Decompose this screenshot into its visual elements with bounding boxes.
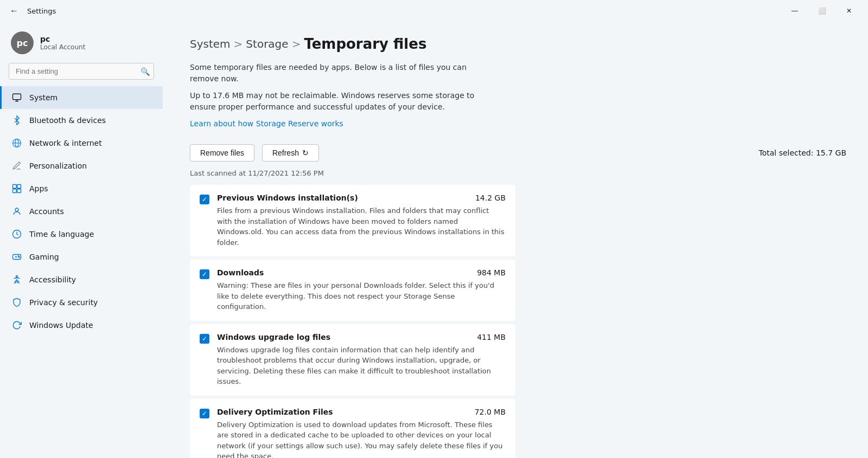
sidebar-label-network: Network & internet [29, 139, 102, 147]
svg-rect-0 [13, 94, 21, 100]
sidebar-label-bluetooth: Bluetooth & devices [29, 116, 106, 125]
sidebar-item-gaming[interactable]: Gaming [0, 246, 163, 268]
sidebar: pc pc Local Account 🔍 System Bluetooth &… [0, 20, 163, 458]
refresh-icon: ↻ [302, 149, 309, 157]
svg-point-15 [18, 256, 19, 257]
file-size-1: 984 MB [477, 268, 506, 277]
user-section: pc pc Local Account [0, 25, 163, 63]
main-content: System > Storage > Temporary files Some … [163, 20, 868, 458]
file-name-3: Delivery Optimization Files [217, 408, 333, 416]
network-icon [11, 137, 23, 149]
refresh-button[interactable]: Refresh ↻ [262, 144, 319, 162]
file-checkbox-3[interactable]: ✓ [200, 409, 209, 418]
page-title: Temporary files [304, 36, 426, 52]
user-type: Local Account [40, 43, 85, 51]
avatar: pc [11, 31, 34, 54]
file-name-1: Downloads [217, 268, 264, 277]
restore-button[interactable]: ⬜ [809, 3, 834, 18]
file-checkbox-0[interactable]: ✓ [200, 195, 209, 204]
file-item: ✓ Windows upgrade log files 411 MB Windo… [190, 324, 515, 396]
search-icon: 🔍 [141, 67, 150, 76]
time-icon [11, 228, 23, 240]
update-icon [11, 319, 23, 331]
total-selected: Total selected: 15.7 GB [759, 149, 847, 157]
svg-point-16 [19, 257, 20, 258]
sidebar-item-time[interactable]: Time & language [0, 223, 163, 246]
sidebar-item-personalization[interactable]: Personalization [0, 154, 163, 177]
sidebar-item-system[interactable]: System [0, 86, 163, 109]
privacy-icon [11, 296, 23, 308]
sidebar-label-privacy: Privacy & security [29, 298, 98, 307]
sidebar-label-accessibility: Accessibility [29, 275, 76, 284]
file-size-2: 411 MB [477, 333, 506, 341]
svg-rect-6 [13, 185, 17, 189]
svg-rect-8 [13, 189, 17, 193]
file-size-3: 72.0 MB [475, 408, 506, 416]
sidebar-item-apps[interactable]: Apps [0, 177, 163, 200]
sidebar-label-personalization: Personalization [29, 162, 87, 170]
description-1: Some temporary files are needed by apps.… [190, 62, 483, 85]
file-checkbox-2[interactable]: ✓ [200, 334, 209, 344]
minimize-button[interactable]: — [782, 3, 807, 18]
sidebar-label-time: Time & language [29, 230, 94, 238]
sidebar-item-accounts[interactable]: Accounts [0, 200, 163, 223]
bluetooth-icon [11, 114, 23, 126]
file-checkbox-1[interactable]: ✓ [200, 269, 209, 279]
breadcrumb-sep2: > [292, 37, 301, 50]
accounts-icon [11, 205, 23, 217]
file-item: ✓ Delivery Optimization Files 72.0 MB De… [190, 399, 515, 459]
accessibility-icon [11, 274, 23, 286]
sidebar-nav: System Bluetooth & devices Network & int… [0, 86, 163, 337]
search-input[interactable] [9, 63, 154, 80]
breadcrumb-sep1: > [234, 37, 243, 50]
file-size-0: 14.2 GB [475, 193, 506, 202]
sidebar-label-accounts: Accounts [29, 207, 64, 216]
file-item: ✓ Previous Windows installation(s) 14.2 … [190, 185, 515, 256]
apps-icon [11, 183, 23, 195]
file-desc-2: Windows upgrade log files contain inform… [217, 345, 506, 387]
breadcrumb-system[interactable]: System [190, 37, 231, 50]
file-desc-3: Delivery Optimization is used to downloa… [217, 420, 506, 459]
sidebar-label-gaming: Gaming [29, 253, 59, 261]
back-button[interactable]: ← [7, 5, 22, 17]
svg-rect-9 [17, 189, 21, 193]
close-button[interactable]: ✕ [837, 3, 861, 18]
file-desc-0: Files from a previous Windows installati… [217, 205, 506, 248]
remove-files-button[interactable]: Remove files [190, 144, 254, 162]
scan-time: Last scanned at 11/27/2021 12:56 PM [190, 169, 846, 177]
app-title: Settings [27, 7, 56, 15]
breadcrumb-storage[interactable]: Storage [246, 37, 288, 50]
action-bar: Remove files Refresh ↻ Total selected: 1… [190, 144, 846, 162]
sidebar-item-privacy[interactable]: Privacy & security [0, 291, 163, 314]
title-bar: ← Settings — ⬜ ✕ [0, 0, 868, 20]
sidebar-item-update[interactable]: Windows Update [0, 314, 163, 337]
system-icon [11, 92, 23, 104]
sidebar-item-bluetooth[interactable]: Bluetooth & devices [0, 109, 163, 132]
svg-point-17 [16, 276, 18, 278]
sidebar-item-accessibility[interactable]: Accessibility [0, 268, 163, 291]
sidebar-label-apps: Apps [29, 184, 48, 193]
user-name: pc [40, 35, 85, 43]
file-name-2: Windows upgrade log files [217, 333, 330, 341]
svg-rect-7 [17, 185, 21, 189]
sidebar-item-network[interactable]: Network & internet [0, 132, 163, 154]
personalization-icon [11, 160, 23, 172]
file-name-0: Previous Windows installation(s) [217, 193, 358, 202]
files-list: ✓ Previous Windows installation(s) 14.2 … [190, 185, 846, 458]
learn-link[interactable]: Learn about how Storage Reserve works [190, 119, 343, 128]
sidebar-label-update: Windows Update [29, 321, 93, 330]
search-box: 🔍 [9, 63, 154, 80]
file-item: ✓ Downloads 984 MB Warning: These are fi… [190, 260, 515, 321]
storage-note: Up to 17.6 MB may not be reclaimable. Wi… [190, 90, 483, 113]
file-desc-1: Warning: These are files in your persona… [217, 280, 506, 312]
svg-point-10 [15, 208, 18, 211]
breadcrumb: System > Storage > Temporary files [190, 36, 846, 52]
gaming-icon [11, 251, 23, 263]
sidebar-label-system: System [29, 93, 58, 102]
